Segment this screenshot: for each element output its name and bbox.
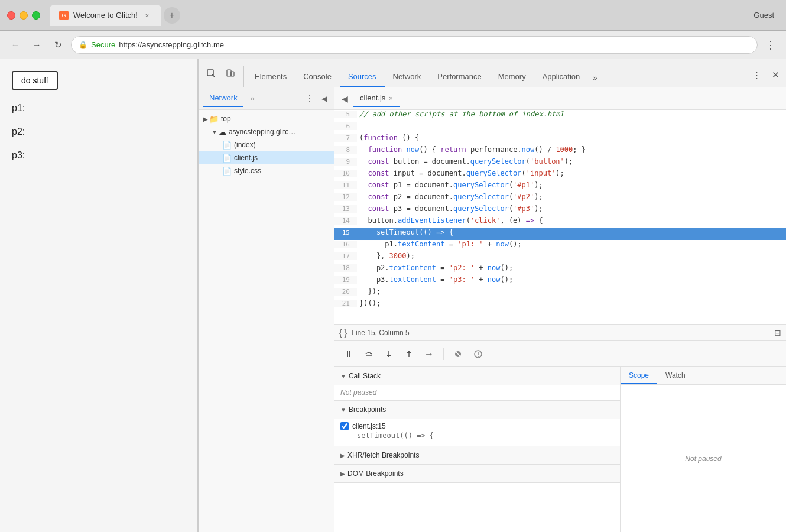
code-line-12: 12 const p2 = document.querySelector('#p… [334, 193, 786, 205]
call-stack-status: Not paused [340, 388, 376, 397]
code-panel-back[interactable]: ◀ [337, 92, 353, 106]
pretty-print-icon[interactable]: { } [339, 328, 347, 338]
breakpoint-code: setTimeout(() => { [340, 430, 614, 443]
breakpoints-header[interactable]: ▼ Breakpoints [334, 401, 620, 419]
breakpoints-label: Breakpoints [349, 406, 386, 414]
call-stack-arrow: ▼ [340, 373, 346, 379]
file-tree-domain-label: asyncstepping.glitc… [229, 128, 295, 136]
forward-button[interactable]: → [28, 37, 45, 53]
code-line-14: 14 button.addEventListener('click', (e) … [334, 216, 786, 228]
file-tree-network-tab[interactable]: Network [203, 90, 243, 107]
step-button[interactable]: → [421, 346, 437, 362]
p1-label: p1: [12, 103, 186, 113]
tab-close-button[interactable]: × [142, 11, 152, 20]
file-tree-collapse[interactable]: ◀ [319, 95, 329, 103]
code-line-16: 16 p1.textContent = 'p1: ' + now(); [334, 240, 786, 252]
scope-tab[interactable]: Scope [621, 368, 657, 384]
code-line-17: 17 }, 3000); [334, 252, 786, 264]
js-file-icon: 📄 [222, 154, 232, 163]
file-tree-body: ▶ 📁 top ▼ ☁ asyncstepping.glitc… 📄 [199, 110, 334, 532]
code-line-15: 15 setTimeout(() => { [334, 228, 786, 240]
xhr-arrow: ▶ [340, 452, 345, 459]
code-line-9: 9 const button = document.querySelector(… [334, 157, 786, 169]
tab-favicon: G [59, 11, 69, 20]
file-tree-more[interactable]: » [246, 90, 259, 106]
tab-memory[interactable]: Memory [490, 67, 534, 87]
code-tab-close[interactable]: × [389, 95, 392, 102]
html-file-icon: 📄 [222, 141, 232, 150]
toolbar-separator [443, 348, 444, 360]
file-tree-item-domain[interactable]: ▼ ☁ asyncstepping.glitc… [199, 125, 334, 138]
css-file-icon: 📄 [222, 167, 232, 176]
code-line-11: 11 const p1 = document.querySelector('#p… [334, 181, 786, 193]
menu-button[interactable]: ⋮ [762, 37, 779, 53]
file-tree-item-top[interactable]: ▶ 📁 top [199, 112, 334, 125]
tab-console[interactable]: Console [295, 67, 340, 87]
tab-elements[interactable]: Elements [246, 67, 295, 87]
pause-on-exceptions-button[interactable] [470, 346, 486, 362]
tab-title: Welcome to Glitch! [73, 11, 138, 20]
new-tab-button[interactable]: + [164, 7, 180, 24]
xhr-breakpoints-header[interactable]: ▶ XHR/fetch Breakpoints [334, 446, 620, 464]
active-tab[interactable]: G Welcome to Glitch! × [50, 5, 161, 26]
address-bar[interactable]: 🔒 Secure https://asyncstepping.glitch.me [71, 36, 758, 54]
webpage-area: do stuff p1: p2: p3: [0, 59, 198, 532]
tab-application[interactable]: Application [534, 67, 589, 87]
devtools-panels: Network » ⋮ ◀ ▶ 📁 top [199, 87, 786, 532]
device-toolbar-button[interactable] [222, 66, 239, 82]
file-tree-panel: Network » ⋮ ◀ ▶ 📁 top [199, 87, 334, 532]
file-tree-item-index[interactable]: 📄 (index) [199, 138, 334, 151]
more-tabs-button[interactable]: » [588, 69, 602, 87]
expand-arrow-icon-2: ▼ [212, 129, 217, 135]
maximize-button[interactable] [32, 11, 40, 20]
dom-breakpoints-header[interactable]: ▶ DOM Breakpoints [334, 465, 620, 482]
p3-label: p3: [12, 150, 186, 161]
back-button[interactable]: ← [7, 37, 24, 53]
close-devtools-button[interactable]: ✕ [767, 67, 784, 83]
file-tree-item-clientjs[interactable]: 📄 client.js [199, 151, 334, 164]
settings-button[interactable]: ⋮ [748, 67, 765, 83]
code-footer: { } Line 15, Column 5 ⊟ [334, 324, 786, 340]
tab-performance[interactable]: Performance [429, 67, 489, 87]
deactivate-breakpoints-button[interactable] [450, 346, 466, 362]
do-stuff-button[interactable]: do stuff [12, 71, 58, 90]
reload-button[interactable]: ↻ [50, 37, 66, 53]
call-stack-section: ▼ Call Stack Not paused [334, 367, 620, 401]
minimize-button[interactable] [20, 11, 28, 20]
close-button[interactable] [7, 11, 15, 20]
breakpoint-item: client.js:15 setTimeout(() => { [334, 419, 620, 446]
code-line-10: 10 const input = document.querySelector(… [334, 169, 786, 181]
watch-tab[interactable]: Watch [657, 368, 694, 384]
breakpoint-checkbox[interactable] [340, 422, 349, 430]
code-body[interactable]: 5 // add other scripts at the bottom of … [334, 110, 786, 324]
file-tree-top-label: top [221, 115, 231, 123]
code-tabs: ◀ client.js × [334, 87, 786, 110]
call-stack-header[interactable]: ▼ Call Stack [334, 367, 620, 385]
file-tree-clientjs-label: client.js [234, 154, 258, 162]
devtools-tab-bar: Elements Console Sources Network Perform… [199, 59, 786, 87]
inspect-element-button[interactable] [203, 66, 220, 82]
step-into-button[interactable] [381, 346, 397, 362]
traffic-lights [7, 11, 40, 20]
right-bottom-panel: Scope Watch Not paused [621, 367, 786, 532]
folder-icon: 📁 [209, 115, 219, 124]
code-tab-clientjs[interactable]: client.js × [353, 90, 400, 107]
code-line-8: 8 function now() { return performance.no… [334, 145, 786, 157]
tab-network[interactable]: Network [385, 67, 430, 87]
file-tree-item-stylecss[interactable]: 📄 style.css [199, 164, 334, 177]
svg-point-11 [478, 356, 479, 357]
debug-toolbar: ⏸ → [334, 340, 786, 366]
file-tree-stylecss-label: style.css [234, 167, 261, 175]
file-tree-menu[interactable]: ⋮ [303, 90, 317, 106]
lock-icon: 🔒 [79, 41, 87, 49]
left-bottom-panel: ▼ Call Stack Not paused ▼ Breakpoint [334, 367, 621, 532]
pause-resume-button[interactable]: ⏸ [340, 346, 357, 362]
step-out-button[interactable] [401, 346, 417, 362]
code-tab-filename: client.js [360, 93, 385, 102]
code-footer-arrow[interactable]: ⊟ [774, 328, 781, 338]
tab-sources[interactable]: Sources [340, 67, 385, 87]
scope-content: Not paused [621, 385, 786, 532]
secure-label: Secure [91, 40, 115, 49]
code-line-6: 6 [334, 122, 786, 134]
step-over-button[interactable] [360, 346, 377, 362]
